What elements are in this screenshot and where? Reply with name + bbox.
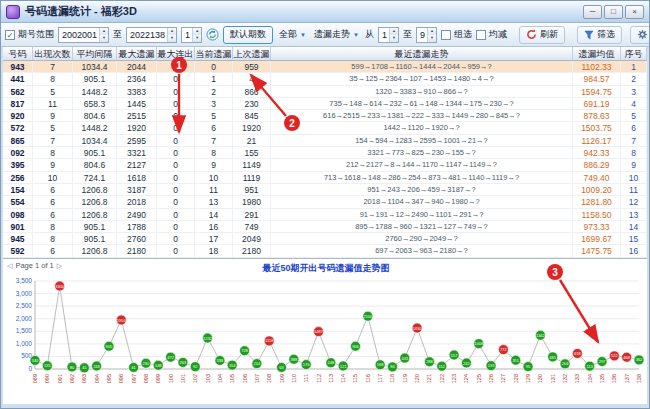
col-header-serial[interactable]: 序号 <box>621 47 647 60</box>
spin-down-icon[interactable]: ▼ <box>100 35 108 42</box>
step-spinner[interactable]: 1 ▲▼ <box>181 27 202 43</box>
cell-current-miss: 2 <box>195 86 233 97</box>
cell-trend: 713→1618→148→286→254→873→481→1140→1119→? <box>271 172 573 183</box>
chart-point-value: 1008 <box>474 341 484 346</box>
col-header-count[interactable]: 出现次数 <box>33 47 73 60</box>
x-axis-tick-label: 108 <box>266 374 272 383</box>
table-row[interactable]: 81711658.3144503230735→148→614→232→61→14… <box>3 98 647 110</box>
cell-miss-avg: 1594.75 <box>573 86 621 97</box>
cell-serial: 4 <box>621 98 647 109</box>
table-row[interactable]: 3959804.62127091149212→2127→8→144→1170→1… <box>3 159 647 171</box>
col-header-miss-avg[interactable]: 遗漏均值 <box>573 47 621 60</box>
col-header-max-streak[interactable]: 最大连出 <box>157 47 195 60</box>
cell-last-miss: 959 <box>233 61 271 72</box>
x-axis-tick-label: 123 <box>451 374 457 383</box>
refresh-icon <box>526 29 537 40</box>
filter-button[interactable]: 筛选 <box>577 26 622 44</box>
spin-down-icon[interactable]: ▼ <box>390 35 398 42</box>
cell-last-miss: 1920 <box>233 122 271 133</box>
scope-dropdown[interactable]: 全部 ▼ <box>277 27 308 43</box>
table-row[interactable]: 59261206.821800182180697→2063→963→2180→?… <box>3 245 647 257</box>
x-axis-tick-label: 100 <box>168 374 174 383</box>
cell-serial: 11 <box>621 184 647 195</box>
col-header-max-miss[interactable]: 最大遗漏 <box>117 47 157 60</box>
to-spinner[interactable]: 9 ▲▼ <box>416 27 437 43</box>
from-spinner[interactable]: 1 ▲▼ <box>378 27 399 43</box>
cell-max-miss: 2595 <box>117 135 157 146</box>
range-end-spinner[interactable]: 2022138 ▲▼ <box>126 27 177 43</box>
x-axis-tick-label: 114 <box>340 374 346 383</box>
table-row[interactable]: 9018905.11788016749895→1788→960→1321→127… <box>3 221 647 233</box>
cell-max-miss: 2180 <box>117 245 157 256</box>
settings-button[interactable]: 设置 <box>630 26 650 44</box>
spin-up-icon[interactable]: ▲ <box>428 28 436 35</box>
group-select-checkbox[interactable]: 组选 <box>441 28 472 41</box>
refresh-button[interactable]: 刷新 <box>519 26 565 44</box>
chart-point-value: 131 <box>44 363 51 368</box>
chart-point-value: 230 <box>143 361 150 366</box>
cell-count: 8 <box>33 147 73 158</box>
table-row[interactable]: 56251448.23383028661320→3383→910→866→?15… <box>3 86 647 98</box>
table-row[interactable]: 55461206.8201801319802018→1104→347→940→1… <box>3 196 647 208</box>
table-row[interactable]: 25610724.116180101119713→1618→148→286→25… <box>3 172 647 184</box>
pager: ◁ Page 1 of 1 ▷ <box>7 261 62 270</box>
range-end-value: 2022138 <box>130 30 165 40</box>
x-axis-tick-label: 092 <box>69 374 75 383</box>
table-row[interactable]: 4418905.1236401435→125→2364→107→1453→148… <box>3 73 647 85</box>
table-row[interactable]: 0928905.13321081553321→773→825→230→155→?… <box>3 147 647 159</box>
refresh-label: 刷新 <box>540 28 558 41</box>
cell-max-miss: 2018 <box>117 196 157 207</box>
col-header-current-miss[interactable]: 当前遗漏 <box>195 47 233 60</box>
pager-next-button[interactable]: ▷ <box>57 262 62 270</box>
table-row[interactable]: 15461206.83187011951951→243→206→459→3187… <box>3 184 647 196</box>
spin-up-icon[interactable]: ▲ <box>390 28 398 35</box>
chart-point-value: 433 <box>401 356 408 361</box>
col-header-trend[interactable]: 最近遗漏走势 <box>271 47 573 60</box>
col-header-number[interactable]: 号码 <box>3 47 33 60</box>
spin-down-icon[interactable]: ▼ <box>193 35 201 42</box>
maximize-button[interactable]: □ <box>604 5 623 19</box>
spin-down-icon[interactable]: ▼ <box>168 35 176 42</box>
cell-last-miss: 845 <box>233 110 271 121</box>
chart-point-value: 176 <box>303 362 310 367</box>
spin-up-icon[interactable]: ▲ <box>168 28 176 35</box>
range-start-spinner[interactable]: 2002001 ▲▼ <box>58 27 109 43</box>
cell-count: 6 <box>33 245 73 256</box>
table-row[interactable]: 09861206.8249001429191→191→12→2490→1101→… <box>3 209 647 221</box>
cell-miss-avg: 1009.20 <box>573 184 621 195</box>
spin-up-icon[interactable]: ▲ <box>100 28 108 35</box>
spin-up-icon[interactable]: ▲ <box>193 28 201 35</box>
range-checkbox[interactable]: ✓ 期号范围 <box>5 28 54 41</box>
view-mode-dropdown[interactable]: 遗漏走势 ▼ <box>312 27 361 43</box>
col-header-last-miss[interactable]: 上次遗漏 <box>233 47 271 60</box>
close-button[interactable]: × <box>625 5 644 19</box>
avg-minus-checkbox[interactable]: 均减 <box>476 28 507 41</box>
cell-trend: 2760→290→2049→? <box>271 233 573 244</box>
col-header-avg-gap[interactable]: 平均间隔 <box>73 47 117 60</box>
cell-last-miss: 951 <box>233 184 271 195</box>
cell-max-miss: 1618 <box>117 172 157 183</box>
x-axis-tick-label: 093 <box>81 374 87 383</box>
chart-point-value: 1950 <box>117 318 127 323</box>
default-periods-button[interactable]: 默认期数 <box>223 26 273 44</box>
cell-miss-avg: 886.29 <box>573 159 621 170</box>
minimize-button[interactable]: ─ <box>583 5 602 19</box>
x-axis-tick-label: 110 <box>291 374 297 383</box>
cell-trend: 212→2127→8→144→1170→1147→1149→? <box>271 159 573 170</box>
table-row[interactable]: 57251448.219200619201442→1120→1920→?1503… <box>3 122 647 134</box>
checkbox-unchecked-icon <box>441 30 451 40</box>
chart-title: 最近50期开出号码遗漏值走势图 <box>261 263 389 273</box>
table-row[interactable]: 86571034.425950721154→594→1283→2595→1001… <box>3 135 647 147</box>
spin-down-icon[interactable]: ▼ <box>428 35 436 42</box>
pager-prev-button[interactable]: ◁ <box>7 262 12 270</box>
chart-point-value: 288 <box>426 359 433 364</box>
cell-count: 9 <box>33 110 73 121</box>
table-row[interactable]: 9209804.6251505845616→2515→233→1381→222→… <box>3 110 647 122</box>
cell-current-miss: 6 <box>195 122 233 133</box>
table-row[interactable]: 94371034.4204400959599→1708→1160→1444→20… <box>3 61 647 73</box>
table-row[interactable]: 9458905.1276001720492760→290→2049→?1699.… <box>3 233 647 245</box>
cycle-icon[interactable] <box>206 28 219 41</box>
chart-point-value: 340 <box>32 358 39 363</box>
chart-point-value: 80 <box>70 365 75 370</box>
cell-trend: 951→243→206→459→3187→? <box>271 184 573 195</box>
